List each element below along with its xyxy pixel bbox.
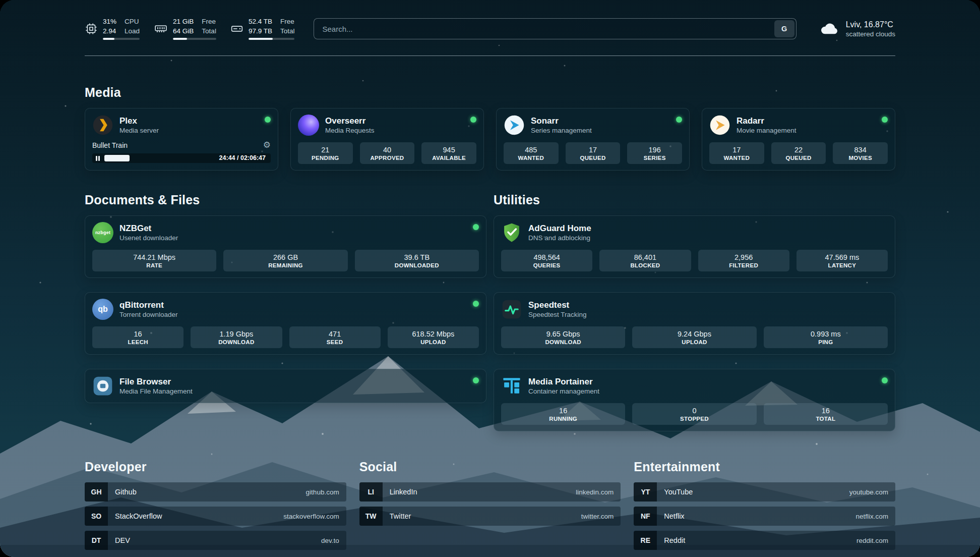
- adguard-name: AdGuard Home: [528, 224, 591, 234]
- pause-icon[interactable]: [96, 156, 100, 161]
- qbittorrent-card[interactable]: qb qBittorrent Torrent downloader 16: [85, 292, 486, 355]
- disk-widget: 52.4 TB 97.9 TB Free Total: [230, 18, 295, 40]
- search-input[interactable]: [314, 20, 774, 37]
- link-name: Twitter: [390, 512, 411, 520]
- link-url: reddit.com: [856, 537, 888, 544]
- link-linkedin[interactable]: LI LinkedIn linkedin.com: [359, 482, 621, 502]
- cloud-icon: [820, 20, 840, 37]
- portainer-icon: [501, 375, 522, 397]
- disk-progress-fill: [249, 38, 273, 40]
- stat-wanted: 485 WANTED: [504, 142, 559, 164]
- link-stackoverflow[interactable]: SO StackOverflow stackoverflow.com: [85, 507, 346, 526]
- plex-now-playing: Bullet Train: [92, 141, 128, 149]
- link-twitter[interactable]: TW Twitter twitter.com: [359, 507, 621, 526]
- cpu-icon: [85, 22, 98, 35]
- filebrowser-name: File Browser: [119, 377, 193, 387]
- filebrowser-status-dot: [473, 377, 479, 383]
- stat-value: 21: [321, 146, 329, 154]
- link-name: Reddit: [664, 536, 685, 544]
- weather-condition: scattered clouds: [846, 30, 895, 38]
- memory-widget: 21 GiB 64 GiB Free Total: [154, 18, 216, 40]
- stat-label: QUEUED: [580, 155, 605, 161]
- stat-label: RATE: [146, 262, 162, 268]
- gear-icon[interactable]: ⚙: [263, 141, 271, 149]
- disk-total-label: Total: [280, 27, 295, 36]
- stat-running: 16 RUNNING: [501, 403, 625, 425]
- stat-label: DOWNLOADED: [395, 262, 439, 268]
- search-engine-button[interactable]: G: [774, 20, 794, 37]
- stat-latency: 47.569 ms LATENCY: [797, 250, 888, 271]
- stat-upload: 9.24 Gbps UPLOAD: [632, 326, 756, 348]
- stackoverflow-abbr-badge: SO: [85, 507, 108, 526]
- link-youtube[interactable]: YT YouTube youtube.com: [634, 482, 895, 502]
- nzbget-card[interactable]: nzbget NZBGet Usenet downloader 744.21 M…: [85, 215, 486, 278]
- link-github[interactable]: GH Github github.com: [85, 482, 346, 502]
- search-bar[interactable]: G: [314, 18, 796, 39]
- stat-value: 2,956: [734, 253, 753, 261]
- link-netflix[interactable]: NF Netflix netflix.com: [634, 507, 895, 526]
- stat-label: QUERIES: [533, 262, 561, 268]
- stat-label: LATENCY: [828, 262, 856, 268]
- stat-label: AVAILABLE: [432, 155, 466, 161]
- linkedin-abbr-badge: LI: [359, 482, 383, 502]
- stat-label: WANTED: [518, 155, 544, 161]
- stat-approved: 40 APPROVED: [360, 142, 415, 164]
- stat-label: REMAINING: [268, 262, 303, 268]
- stat-label: QUEUED: [785, 155, 811, 161]
- stat-queued: 17 QUEUED: [566, 142, 621, 164]
- stat-value: 618.52 Mbps: [412, 330, 454, 338]
- stat-value: 86,401: [634, 253, 656, 261]
- overseerr-card[interactable]: Overseerr Media Requests 21 PENDING 40 A…: [290, 108, 484, 171]
- stat-value: 498,564: [533, 253, 560, 261]
- stat-available: 945 AVAILABLE: [421, 142, 476, 164]
- plex-playback-bar[interactable]: 24:44 / 02:06:47: [92, 153, 271, 163]
- stat-label: RUNNING: [549, 416, 577, 422]
- filebrowser-card[interactable]: File Browser Media File Management: [85, 369, 486, 403]
- plex-subtitle: Media server: [119, 127, 159, 134]
- overseerr-subtitle: Media Requests: [325, 127, 375, 134]
- stat-value: 22: [794, 146, 803, 154]
- link-url: github.com: [306, 488, 339, 496]
- stat-label: BLOCKED: [630, 262, 660, 268]
- stat-ping: 0.993 ms PING: [764, 326, 888, 348]
- portainer-card[interactable]: Media Portainer Container management 16 …: [494, 369, 895, 431]
- qbittorrent-subtitle: Torrent downloader: [119, 311, 178, 318]
- plex-card[interactable]: Plex Media server Bullet Train ⚙ 24:44 /…: [85, 108, 278, 171]
- stat-value: 9.24 Gbps: [678, 330, 711, 338]
- qbittorrent-name: qBittorrent: [119, 300, 178, 310]
- sonarr-subtitle: Series management: [531, 127, 592, 134]
- adguard-card[interactable]: AdGuard Home DNS and adblocking 498,564 …: [494, 215, 895, 278]
- stat-value: 266 GB: [273, 253, 298, 261]
- stat-label: LEECH: [128, 339, 148, 345]
- link-reddit[interactable]: RE Reddit reddit.com: [634, 531, 895, 550]
- link-dev[interactable]: DT DEV dev.to: [85, 531, 346, 550]
- weather-widget: Lviv, 16.87°C scattered clouds: [820, 20, 895, 38]
- sonarr-status-dot: [676, 117, 682, 123]
- disk-icon: [230, 22, 243, 35]
- portainer-name: Media Portainer: [528, 377, 599, 387]
- speedtest-card[interactable]: Speedtest Speedtest Tracking 9.65 Gbps D…: [494, 292, 895, 355]
- stat-value: 17: [732, 146, 741, 154]
- sonarr-card[interactable]: Sonarr Series management 485 WANTED 17 Q…: [496, 108, 690, 171]
- qbittorrent-icon: qb: [92, 299, 113, 320]
- link-url: twitter.com: [581, 513, 614, 520]
- link-name: Netflix: [664, 512, 684, 520]
- stat-value: 16: [134, 330, 142, 338]
- radarr-card[interactable]: Radarr Movie management 17 WANTED 22 QUE…: [702, 108, 895, 171]
- radarr-icon: [709, 115, 730, 136]
- stat-value: 0.993 ms: [811, 330, 841, 338]
- stat-value: 834: [854, 146, 867, 154]
- memory-progress-fill: [173, 38, 187, 40]
- header-divider: [85, 55, 895, 56]
- speedtest-icon: [501, 299, 522, 320]
- entertainment-section-title: Entertainment: [634, 460, 895, 474]
- cpu-load-label: Load: [125, 27, 140, 36]
- nzbget-status-dot: [473, 224, 479, 230]
- github-abbr-badge: GH: [85, 482, 108, 502]
- cpu-widget: 31% 2.94 CPU Load: [85, 18, 140, 40]
- stat-download: 9.65 Gbps DOWNLOAD: [501, 326, 625, 348]
- section-developer: Developer GH Github github.com SO StackO…: [85, 460, 346, 550]
- nzbget-icon-text: nzbget: [95, 230, 110, 235]
- stat-label: UPLOAD: [682, 339, 707, 345]
- cpu-load-value: 2.94: [103, 27, 116, 36]
